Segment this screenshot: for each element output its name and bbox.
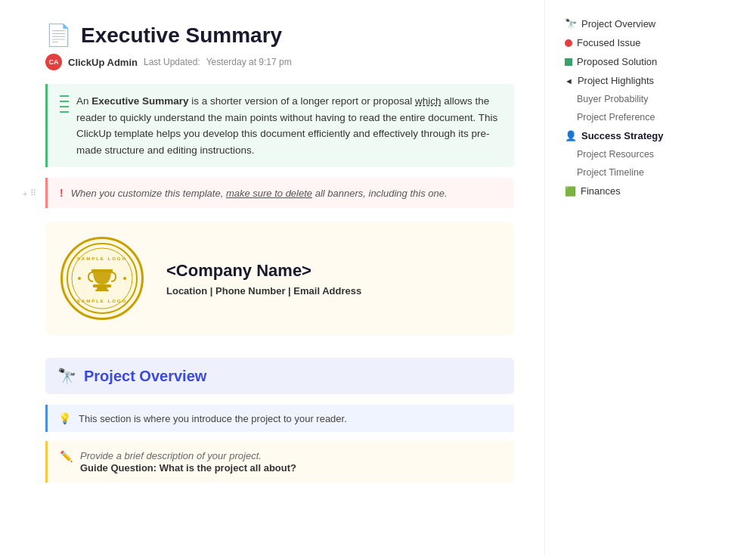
- svg-rect-5: [91, 269, 113, 272]
- page-title: Executive Summary: [81, 23, 282, 48]
- drag-handle-icon[interactable]: ⠿: [30, 188, 36, 198]
- section-emoji: 🔭: [57, 367, 76, 385]
- sidebar: 🔭 Project Overview Focused Issue Propose…: [544, 0, 703, 556]
- page-icon: 📄: [45, 23, 72, 48]
- sidebar-item-project-highlights[interactable]: ◄ Project Highlights: [560, 72, 696, 89]
- warning-row: + ⠿ ! When you customize this template, …: [45, 178, 514, 208]
- sidebar-item-focused-issue[interactable]: Focused Issue: [560, 34, 696, 51]
- sidebar-label-project-highlights: Project Highlights: [578, 75, 654, 86]
- sidebar-label-project-overview: Project Overview: [581, 18, 655, 30]
- info-link[interactable]: which: [415, 95, 442, 107]
- meta-author: ClickUp Admin: [68, 57, 138, 68]
- section-title: Project Overview: [84, 368, 206, 385]
- svg-text:SAMPLE LOGO: SAMPLE LOGO: [77, 299, 127, 303]
- sidebar-label-project-resources: Project Resources: [577, 149, 654, 160]
- sidebar-item-buyer-probability[interactable]: Buyer Probability: [560, 91, 696, 107]
- row-controls: + ⠿: [23, 188, 36, 198]
- svg-text:SAMPLE LOGO: SAMPLE LOGO: [77, 256, 127, 261]
- warning-banner: ! When you customize this template, make…: [45, 178, 514, 208]
- sidebar-telescope-icon: 🔭: [565, 18, 577, 30]
- sidebar-item-finances[interactable]: 🟩 Finances: [560, 182, 696, 200]
- sidebar-label-project-preference: Project Preference: [577, 112, 655, 123]
- svg-rect-3: [97, 287, 107, 290]
- sidebar-label-buyer-probability: Buyer Probability: [577, 94, 649, 104]
- guide-icon: ✏️: [60, 450, 73, 462]
- guide-box: ✏️ Provide a brief description of your p…: [45, 441, 514, 483]
- avatar: CA: [45, 54, 62, 70]
- company-name: <Company Name>: [166, 261, 361, 281]
- sidebar-label-proposed-solution: Proposed Solution: [577, 56, 657, 67]
- meta-updated-value: Yesterday at 9:17 pm: [206, 57, 292, 67]
- sidebar-item-project-timeline[interactable]: Project Timeline: [560, 164, 696, 181]
- sidebar-finances-icon: 🟩: [565, 186, 576, 197]
- info-banner-text: An Executive Summary is a shorter versio…: [76, 93, 502, 158]
- section-info-box: 💡 This section is where you introduce th…: [45, 405, 514, 432]
- company-details: Location | Phone Number | Email Address: [166, 285, 361, 297]
- guide-bold: Guide Question: What is the project all …: [80, 462, 296, 474]
- page-header: 📄 Executive Summary: [45, 23, 514, 48]
- company-section: SAMPLE LOGO SAMPLE LOGO <Company Name> L…: [45, 222, 514, 335]
- company-info: <Company Name> Location | Phone Number |…: [166, 261, 361, 297]
- section-info-text: This section is where you introduce the …: [79, 413, 347, 424]
- bulb-icon: 💡: [58, 412, 71, 424]
- svg-rect-2: [93, 284, 111, 287]
- main-content: 📄 Executive Summary CA ClickUp Admin Las…: [0, 0, 544, 556]
- sidebar-dot-red-icon: [565, 39, 572, 47]
- warning-link[interactable]: make sure to delete: [226, 188, 312, 199]
- sidebar-square-green-icon: [565, 58, 572, 66]
- add-row-icon[interactable]: +: [23, 188, 27, 197]
- sidebar-label-focused-issue: Focused Issue: [577, 37, 641, 48]
- company-logo: SAMPLE LOGO SAMPLE LOGO: [60, 237, 144, 320]
- warning-text: When you customize this template, make s…: [71, 188, 448, 199]
- guide-text: Provide a brief description of your proj…: [80, 450, 296, 474]
- warning-icon: !: [60, 187, 64, 199]
- meta-updated-label: Last Updated:: [144, 57, 200, 67]
- logo-svg: SAMPLE LOGO SAMPLE LOGO: [64, 241, 140, 316]
- sidebar-item-project-overview[interactable]: 🔭 Project Overview: [560, 15, 696, 33]
- svg-rect-4: [95, 290, 109, 291]
- guide-italic: Provide a brief description of your proj…: [80, 450, 296, 461]
- sidebar-item-success-strategy[interactable]: 👤 Success Strategy: [560, 127, 696, 144]
- svg-point-8: [78, 277, 81, 280]
- sidebar-item-project-preference[interactable]: Project Preference: [560, 109, 696, 126]
- sidebar-arrow-icon: ◄: [565, 76, 573, 85]
- sidebar-person-icon: 👤: [565, 130, 577, 141]
- section-header: 🔭 Project Overview: [45, 358, 514, 394]
- sidebar-label-project-timeline: Project Timeline: [577, 167, 644, 178]
- sidebar-item-project-resources[interactable]: Project Resources: [560, 146, 696, 163]
- info-banner: An Executive Summary is a shorter versio…: [45, 84, 514, 167]
- banner-lines-icon: [60, 93, 69, 158]
- project-overview-section: 🔭 Project Overview 💡 This section is whe…: [45, 358, 514, 483]
- info-bold: Executive Summary: [91, 95, 188, 107]
- sidebar-label-finances: Finances: [581, 185, 621, 197]
- meta-row: CA ClickUp Admin Last Updated: Yesterday…: [45, 54, 514, 70]
- svg-point-9: [123, 277, 126, 280]
- sidebar-item-proposed-solution[interactable]: Proposed Solution: [560, 53, 696, 70]
- sidebar-label-success-strategy: Success Strategy: [581, 130, 663, 141]
